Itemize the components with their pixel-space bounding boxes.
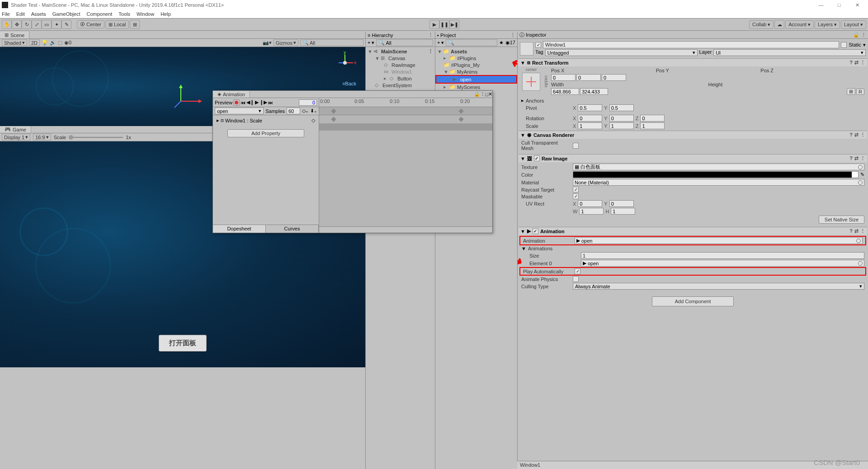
texture-field[interactable]: ▦白色面板 (573, 164, 864, 170)
panel-burger-icon[interactable]: ⋮ (428, 32, 433, 38)
fav-icon[interactable]: ★ (499, 40, 504, 46)
curves-tab[interactable]: Curves (266, 225, 319, 233)
hierarchy-item[interactable]: ▭Window1 (366, 68, 435, 75)
create-dropdown[interactable]: + ▾ (368, 40, 374, 46)
open-panel-button[interactable]: 打开面板 (159, 335, 207, 352)
blueprint-button[interactable]: ⊞ (847, 88, 855, 95)
rot-y[interactable] (609, 115, 634, 122)
scene-search[interactable]: 🔍 All (300, 39, 363, 46)
first-frame-button[interactable]: ⏮ (241, 100, 245, 105)
2d-toggle[interactable]: 2D (29, 39, 40, 46)
pause-button[interactable]: ❚❚ (439, 20, 449, 29)
move-tool[interactable]: ✥ (12, 20, 22, 29)
folder-item[interactable]: ▸📁#Plugins (435, 55, 517, 61)
minimize-button[interactable]: — (812, 2, 830, 8)
dopesheet-tab[interactable]: Dopesheet (213, 225, 266, 233)
set-native-size-button[interactable]: Set Native Size (819, 216, 864, 224)
hierarchy-item[interactable]: ▼⊞Canvas (366, 55, 435, 61)
maximize-icon[interactable]: □ (485, 92, 488, 97)
culling-type-dropdown[interactable]: Always Animate▾ (573, 283, 864, 290)
posy-field[interactable] (576, 74, 601, 81)
game-tab[interactable]: 🎮 Game (0, 126, 31, 133)
material-field[interactable]: None (Material) (573, 179, 864, 186)
space-toggle[interactable]: ⊞Local (105, 20, 129, 29)
aspect-dropdown[interactable]: 16:9 ▾ (33, 134, 51, 141)
lock-icon[interactable]: 🔒 (853, 32, 859, 38)
menu-tools[interactable]: Tools (118, 11, 130, 17)
static-checkbox[interactable] (841, 42, 847, 48)
hierarchy-item[interactable]: ◇RawImage (366, 61, 435, 68)
menu-assets[interactable]: Assets (31, 11, 46, 17)
inspector-tab[interactable]: ⓘ Inspector (519, 32, 546, 38)
animation-window[interactable]: ◈ Animation🔒⋮□✕ Preview ⏮ ◀❙ ▶ ❙▶ ⏭ open… (212, 90, 493, 233)
color-field[interactable] (573, 171, 859, 178)
scale-y[interactable] (609, 122, 634, 129)
tag-dropdown[interactable]: Untagged▾ (545, 49, 698, 56)
close-icon[interactable]: ✕ (488, 91, 492, 97)
rot-z[interactable] (640, 115, 665, 122)
menu-component[interactable]: Component (86, 11, 112, 17)
scale-slider[interactable] (69, 137, 123, 138)
keyframe-icon[interactable] (331, 117, 336, 122)
preset-icon[interactable]: ⇄ (854, 60, 859, 66)
pivot-toggle[interactable]: ⦿Center (77, 20, 104, 28)
record-button[interactable] (233, 99, 240, 106)
layers-dropdown[interactable]: Layers ▾ (815, 20, 840, 29)
element0-field[interactable]: ▶open (581, 260, 864, 267)
add-event-icon[interactable]: ⬇₊ (310, 108, 317, 114)
scale-z[interactable] (640, 122, 665, 129)
animation-tab[interactable]: ◈ Animation (213, 91, 250, 98)
cull-checkbox[interactable] (573, 143, 579, 149)
hierarchy-item[interactable]: ▸◇Button (366, 75, 435, 82)
maximize-button[interactable]: □ (830, 2, 848, 8)
uv-y[interactable] (609, 200, 634, 207)
panel-burger-icon[interactable]: ⋮ (510, 32, 515, 38)
menu-file[interactable]: File (2, 11, 10, 17)
rect-tool[interactable]: ▭ (42, 20, 52, 29)
menu-window[interactable]: Window (137, 11, 154, 17)
orientation-gizmo[interactable]: y x (334, 52, 356, 74)
fx-icon[interactable]: ⬚ (58, 40, 62, 46)
gizmos-dropdown[interactable]: Gizmos ▾ (274, 39, 298, 46)
timeline-scrollbar[interactable] (319, 226, 492, 233)
prev-frame-button[interactable]: ◀❙ (246, 99, 254, 105)
play-auto-checkbox[interactable]: ✓ (575, 268, 580, 274)
active-checkbox[interactable]: ✓ (535, 42, 541, 48)
maskable-checkbox[interactable]: ✓ (573, 193, 579, 199)
menu-gameobject[interactable]: GameObject (52, 11, 80, 17)
custom-tool[interactable]: ✎ (61, 20, 71, 29)
display-dropdown[interactable]: Display 1 ▾ (2, 134, 30, 141)
close-button[interactable]: ✕ (848, 2, 866, 8)
snap-button[interactable]: ⊞ (130, 20, 140, 29)
rot-x[interactable] (578, 115, 602, 122)
raw-edit-button[interactable]: R (856, 89, 864, 95)
frame-field[interactable] (299, 99, 317, 106)
anchors-foldout[interactable]: Anchors (526, 98, 576, 103)
help-icon[interactable]: ? (849, 60, 853, 66)
preview-label[interactable]: Preview (215, 100, 232, 105)
timeline-ruler[interactable]: 0:00 0:05 0:10 0:15 0:20 (319, 98, 492, 107)
menu-edit[interactable]: Edit (16, 11, 25, 17)
light-icon[interactable]: 💡 (42, 40, 48, 46)
collab-dropdown[interactable]: Collab ▾ (749, 20, 774, 29)
project-search[interactable]: 🔍 (446, 39, 497, 46)
folder-item[interactable]: ▼📁MyAnims (435, 68, 517, 75)
folder-item[interactable]: 📁#Plugins_My (435, 61, 517, 68)
account-dropdown[interactable]: Account ▾ (785, 20, 814, 29)
anim-property-row[interactable]: ▸⧈Window1 : Scale◇ (215, 117, 317, 124)
lock-icon[interactable]: 🔒 (474, 91, 480, 97)
project-tab[interactable]: ▪ Project (437, 33, 456, 38)
scene-tab[interactable]: ⊞ Scene (0, 32, 29, 38)
pivot-x[interactable] (578, 104, 602, 111)
camera-icon[interactable]: 📷▾ (263, 40, 272, 46)
play-button[interactable]: ▶ (429, 20, 439, 29)
play-button[interactable]: ▶ (255, 99, 259, 105)
samples-field[interactable] (287, 108, 300, 114)
animation-enable[interactable]: ✓ (533, 228, 538, 234)
add-keyframe-icon[interactable]: ◇₊ (302, 108, 308, 114)
height-field[interactable] (580, 88, 608, 95)
animation-clip-field[interactable]: ▶open (575, 237, 863, 244)
last-frame-button[interactable]: ⏭ (268, 100, 273, 105)
clip-dropdown[interactable]: open▾ (215, 108, 264, 114)
rotate-tool[interactable]: ↻ (22, 20, 32, 29)
